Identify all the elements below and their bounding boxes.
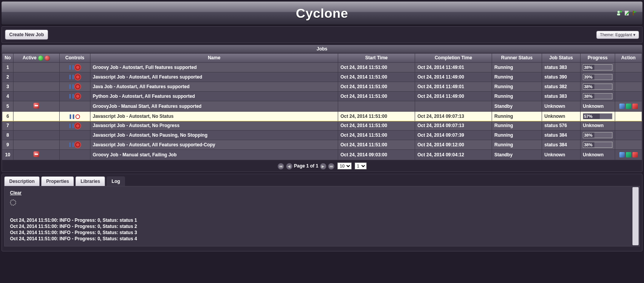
tab-properties[interactable]: Properties <box>41 176 74 186</box>
pager-last-button[interactable]: ⏭ <box>328 163 334 169</box>
clear-log-link[interactable]: Clear <box>10 190 22 196</box>
cell-start: Oct 24, 2014 11:51:00 <box>338 72 415 82</box>
stop-sign-icon[interactable] <box>33 151 39 157</box>
cell-progress: 38% <box>581 62 615 72</box>
cell-controls <box>60 149 90 160</box>
col-name[interactable]: Name <box>90 54 338 63</box>
cell-jobstatus: status 576 <box>542 121 581 130</box>
cell-controls <box>60 111 90 121</box>
tab-log[interactable]: Log <box>107 176 125 186</box>
table-row[interactable]: 6 Javascript Job - Autostart, No StatusO… <box>2 111 642 121</box>
pause-icon[interactable] <box>69 75 74 79</box>
cell-runner: Running <box>492 121 542 130</box>
table-row[interactable]: 3 Java Job - Autostart, All Features sup… <box>2 82 642 91</box>
cell-no: 3 <box>2 82 13 91</box>
col-start[interactable]: Start Time <box>338 54 415 63</box>
cell-start: Oct 24, 2014 11:51:00 <box>338 62 415 72</box>
cell-no: 1 <box>2 62 13 72</box>
stop-gear-icon[interactable] <box>75 74 80 80</box>
cell-progress: 39% <box>581 72 615 82</box>
table-row[interactable]: 5GroovyJob - Manual Start, All Features … <box>2 101 642 111</box>
theme-button[interactable]: Theme: Eggplant ▾ <box>596 31 639 39</box>
page-number-select[interactable]: 1 <box>355 162 367 169</box>
col-active[interactable]: Active <box>13 54 60 63</box>
pager-first-button[interactable]: ⏮ <box>278 163 284 169</box>
tab-libraries[interactable]: Libraries <box>75 176 105 186</box>
cell-runner: Running <box>492 91 542 101</box>
col-runner[interactable]: Runner Status <box>492 54 542 63</box>
cell-controls <box>60 121 90 130</box>
copy-icon[interactable] <box>619 104 625 109</box>
delete-icon[interactable] <box>632 152 638 157</box>
stop-gear-icon[interactable] <box>75 123 80 129</box>
cell-runner: Standby <box>492 149 542 160</box>
cell-jobstatus: status 384 <box>542 130 581 140</box>
record-icon[interactable] <box>75 114 80 119</box>
col-controls[interactable]: Controls <box>60 54 90 63</box>
flag-icon[interactable] <box>632 10 638 16</box>
cell-controls <box>60 91 90 101</box>
table-row[interactable]: 1 Groovy Job - Autostart, Full features … <box>2 62 642 72</box>
edit-icon[interactable] <box>624 10 630 16</box>
header-icons: + <box>616 10 638 16</box>
play-icon[interactable] <box>626 104 631 109</box>
cell-progress: Unknown <box>581 101 615 111</box>
theme-label: Theme: Eggplant <box>600 32 632 37</box>
cell-runner: Standby <box>492 101 542 111</box>
col-action[interactable]: Action <box>615 54 642 63</box>
cell-action <box>615 111 642 121</box>
page-size-select[interactable]: 10 <box>337 162 352 169</box>
pager-text: Page 1 of 1 <box>294 163 318 169</box>
scrollbar[interactable] <box>632 187 639 245</box>
cell-no: 10 <box>2 149 13 160</box>
cell-jobstatus: status 390 <box>542 72 581 82</box>
create-new-job-button[interactable]: Create New Job <box>5 30 48 40</box>
stop-gear-icon[interactable] <box>75 94 80 99</box>
table-row[interactable]: 2 Javascript Job - Autostart, All Featur… <box>2 72 642 82</box>
cell-name: Javascript Job - Autostart, No Pausing, … <box>90 130 338 140</box>
cell-controls <box>60 72 90 82</box>
progress-bar: 38% <box>583 84 612 90</box>
tab-description[interactable]: Description <box>4 176 40 186</box>
cell-start: Oct 24, 2014 11:51:00 <box>338 111 415 121</box>
table-row[interactable]: 7 Javascript Job - Autostart, No Progres… <box>2 121 642 130</box>
cell-completion <box>415 101 492 111</box>
table-row[interactable]: 10Groovy Job - Manual start, Failing Job… <box>2 149 642 160</box>
pager-prev-button[interactable]: ◀ <box>286 163 292 169</box>
play-icon[interactable] <box>626 152 631 157</box>
pause-icon[interactable] <box>70 114 74 119</box>
stop-gear-icon[interactable] <box>75 142 80 147</box>
col-no[interactable]: No <box>2 54 13 63</box>
cell-completion: Oct 24, 2014 11:49:01 <box>415 82 492 91</box>
delete-icon[interactable] <box>632 104 638 109</box>
pause-icon[interactable] <box>69 124 74 128</box>
table-row[interactable]: 9 Javascript Job - Autostart, All Featur… <box>2 140 642 149</box>
stop-sign-icon[interactable] <box>33 103 39 109</box>
cell-jobstatus: Unknown <box>542 101 581 111</box>
copy-icon[interactable] <box>619 152 625 157</box>
pager-next-button[interactable]: ▶ <box>320 163 326 169</box>
col-active-label: Active <box>23 55 37 60</box>
pause-icon[interactable] <box>69 65 74 70</box>
minus-icon[interactable] <box>45 55 50 61</box>
col-jobstatus[interactable]: Job Status <box>542 54 581 63</box>
progress-bar: 39% <box>583 74 612 80</box>
cell-active <box>13 62 60 72</box>
table-row[interactable]: 8Javascript Job - Autostart, No Pausing,… <box>2 130 642 140</box>
col-progress[interactable]: Progress <box>581 54 615 63</box>
col-completion[interactable]: Completion Time <box>415 54 492 63</box>
pause-icon[interactable] <box>69 84 74 89</box>
pause-icon[interactable] <box>69 142 74 147</box>
pause-icon[interactable] <box>69 94 74 99</box>
svg-point-0 <box>617 11 620 13</box>
user-add-icon[interactable]: + <box>616 10 622 16</box>
stop-gear-icon[interactable] <box>75 84 80 89</box>
cell-name: Javascript Job - Autostart, All Features… <box>90 140 338 149</box>
cell-progress: 38% <box>581 91 615 101</box>
check-icon[interactable] <box>38 55 43 61</box>
cell-active <box>13 82 60 91</box>
stop-gear-icon[interactable] <box>75 65 80 70</box>
cell-name: Javascript Job - Autostart, All Features… <box>90 72 338 82</box>
cell-jobstatus: Unknown <box>542 149 581 160</box>
table-row[interactable]: 4 Python Job - Autostart, All Features s… <box>2 91 642 101</box>
